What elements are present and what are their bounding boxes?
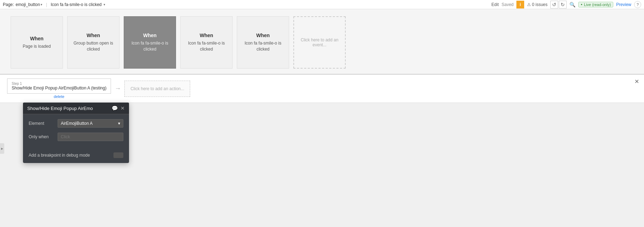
card-subtitle-2: Icon fa fa-smile-o is clicked	[128, 40, 172, 52]
step-delete-link[interactable]: delete	[7, 94, 111, 99]
card-subtitle-3: Icon fa fa-smile-o is clicked	[184, 40, 229, 52]
left-collapse-handle[interactable]: ▶	[0, 143, 4, 154]
info-button[interactable]: i	[516, 1, 524, 8]
popup-element-label: Element	[29, 121, 54, 126]
popup-header-icons: 💬 ✕	[112, 105, 125, 111]
popup-element-select[interactable]: AirEmojiButton A ▾	[58, 119, 123, 128]
card-title-4: When	[256, 33, 270, 38]
card-subtitle-0: Page is loaded	[23, 43, 51, 50]
preview-button[interactable]: Preview	[616, 2, 631, 7]
help-button[interactable]: ?	[634, 1, 641, 8]
top-bar: Page: emoji_button ▾ | Icon fa fa-smile-…	[0, 0, 644, 9]
card-title-1: When	[87, 33, 100, 38]
add-action-box[interactable]: Click here to add an action...	[124, 81, 190, 97]
step-label: Step 1	[12, 82, 106, 86]
popup-title: Show/Hide Emoji Popup AirEmo	[27, 106, 93, 111]
step-arrow-icon: →	[115, 85, 121, 92]
add-event-text: Click here to add an event...	[298, 37, 341, 47]
event-card-0[interactable]: When Page is loaded	[11, 16, 63, 69]
event-card-3[interactable]: When Icon fa fa-smile-o is clicked	[180, 16, 233, 69]
popup-breakpoint-label: Add a breakpoint in debug mode	[29, 153, 90, 158]
step-title: Show/Hide Emoji Popup AirEmojiButton A (…	[12, 86, 106, 91]
comment-icon: 💬	[112, 105, 118, 111]
card-subtitle-1: Group button open is clicked	[71, 40, 116, 52]
popup-header: Show/Hide Emoji Popup AirEmo 💬 ✕	[23, 103, 129, 114]
page-label-text: Page:	[3, 2, 14, 7]
saved-text: Saved	[502, 2, 514, 7]
popup-close-button[interactable]: ✕	[121, 105, 125, 111]
card-title-0: When	[30, 36, 43, 41]
popup-footer: Add a breakpoint in debug mode	[23, 151, 129, 163]
card-subtitle-4: Icon fa fa-smile-o is clicked	[241, 40, 285, 52]
action-popup: Show/Hide Emoji Popup AirEmo 💬 ✕ Element…	[23, 103, 129, 163]
step-box[interactable]: Step 1 Show/Hide Emoji Popup AirEmojiBut…	[7, 78, 111, 94]
popup-breakpoint-toggle[interactable]	[113, 152, 123, 158]
issues-text: 0 issues	[532, 2, 548, 7]
divider: |	[46, 2, 47, 7]
page-chevron-icon[interactable]: ▾	[41, 3, 42, 6]
close-steps-button[interactable]: ✕	[634, 78, 639, 85]
event-card-2[interactable]: When Icon fa fa-smile-o is clicked	[124, 16, 176, 69]
popup-only-when-row: Only when	[29, 133, 123, 141]
live-dot-icon: ●	[581, 3, 582, 6]
steps-panel: Step 1 Show/Hide Emoji Popup AirEmojiBut…	[0, 75, 644, 103]
live-text: Live (read-only)	[584, 2, 611, 7]
page-label: Page: emoji_button ▾	[3, 2, 42, 7]
edit-link[interactable]: Edit	[491, 2, 499, 7]
add-action-text: Click here to add an action...	[130, 86, 184, 91]
popup-comment-button[interactable]: 💬	[112, 105, 118, 111]
popup-element-value: AirEmojiButton A	[61, 121, 93, 126]
undo-redo-group: ↺ ↻	[550, 1, 567, 8]
event-card-4[interactable]: When Icon fa fa-smile-o is clicked	[237, 16, 289, 69]
event-chevron-icon: ▾	[104, 3, 105, 6]
popup-element-row: Element AirEmojiButton A ▾	[29, 119, 123, 128]
popup-select-chevron-icon: ▾	[118, 121, 120, 126]
search-button[interactable]: 🔍	[569, 2, 575, 7]
page-name[interactable]: emoji_button	[16, 2, 40, 7]
event-card-1[interactable]: When Group button open is clicked	[67, 16, 119, 69]
canvas-area: When Page is loaded When Group button op…	[0, 9, 644, 75]
live-badge: ● Live (read-only)	[578, 2, 613, 7]
step-box-wrapper: Step 1 Show/Hide Emoji Popup AirEmojiBut…	[7, 78, 111, 99]
issues-badge: ⚠ 0 issues	[527, 2, 548, 7]
popup-only-when-input[interactable]	[58, 133, 123, 141]
redo-button[interactable]: ↻	[559, 1, 567, 8]
popup-body: Element AirEmojiButton A ▾ Only when	[23, 114, 129, 151]
add-event-card[interactable]: Click here to add an event...	[293, 16, 346, 69]
top-bar-right: Edit Saved i ⚠ 0 issues ↺ ↻ 🔍 ● Live (re…	[491, 1, 641, 8]
event-selector[interactable]: Icon fa fa-smile-o is clicked ▾	[51, 2, 105, 7]
undo-button[interactable]: ↺	[550, 1, 558, 8]
card-title-2: When	[143, 33, 157, 38]
warning-icon: ⚠	[527, 2, 531, 7]
card-title-3: When	[200, 33, 213, 38]
collapse-icon: ▶	[1, 147, 3, 150]
event-label-text: Icon fa fa-smile-o is clicked	[51, 2, 101, 7]
popup-only-when-label: Only when	[29, 134, 54, 139]
